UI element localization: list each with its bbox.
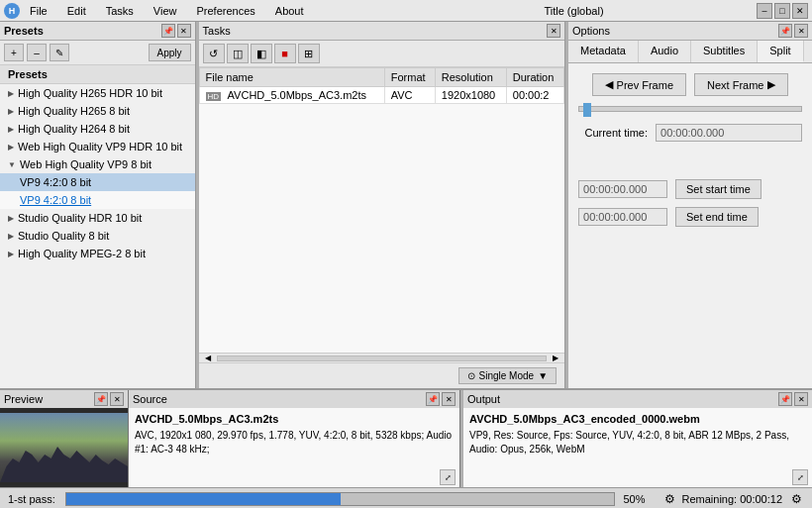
start-time-input[interactable] (578, 180, 667, 198)
preset-group-label: High Quality H264 8 bit (18, 123, 130, 135)
single-mode-button[interactable]: ⊙ Single Mode ▼ (458, 367, 558, 384)
source-close-button[interactable]: ✕ (442, 392, 456, 406)
options-pin-button[interactable]: 📌 (778, 24, 792, 38)
source-info: AVC, 1920x1 080, 29.970 fps, 1.778, YUV,… (135, 429, 454, 457)
presets-list-header: Presets (0, 65, 195, 84)
presets-close-button[interactable]: ✕ (177, 24, 191, 38)
pause-button[interactable]: ⊞ (298, 44, 320, 63)
table-row[interactable]: HD AVCHD_5.0Mbps_AC3.m2ts AVC 1920x1080 … (199, 87, 563, 104)
menu-file[interactable]: File (26, 3, 51, 19)
prev-frame-label: Prev Frame (617, 79, 673, 91)
chevron-right-icon: ▶ (8, 232, 14, 241)
minimize-button[interactable]: – (757, 3, 772, 19)
source-pin-button[interactable]: 📌 (426, 392, 440, 406)
preview-panel: Preview 📌 ✕ (0, 390, 129, 487)
next-frame-label: Next Frame (707, 79, 763, 91)
task-btn-2[interactable]: ◫ (227, 44, 249, 63)
tasks-panel-header: Tasks ✕ (199, 22, 564, 41)
edit-preset-button[interactable]: ✎ (50, 44, 69, 61)
refresh-button[interactable]: ↺ (203, 44, 225, 63)
menu-bar: File Edit Tasks View Preferences About (26, 3, 391, 19)
presets-panel: Presets 📌 ✕ + – ✎ Apply Presets ▶ High Q… (0, 22, 196, 388)
output-icon-area: ⤢ (463, 467, 812, 487)
timeline-track (578, 106, 802, 112)
set-start-time-button[interactable]: Set start time (675, 179, 761, 199)
presets-pin-button[interactable]: 📌 (161, 24, 175, 38)
remaining-label: Remaining: 00:00:12 (681, 493, 782, 505)
tab-audio[interactable]: Audio (639, 41, 691, 62)
presets-panel-title: Presets (4, 25, 44, 37)
tasks-panel: Tasks ✕ ↺ ◫ ◧ ■ ⊞ File name Format Resol… (199, 22, 565, 388)
output-pin-button[interactable]: 📌 (778, 392, 792, 406)
add-preset-button[interactable]: + (4, 44, 24, 61)
preset-group-h264[interactable]: ▶ High Quality H264 8 bit (0, 120, 195, 138)
timeline-slider[interactable] (578, 106, 802, 112)
menu-view[interactable]: View (150, 3, 181, 19)
preset-group-studio-8bit[interactable]: ▶ Studio Quality 8 bit (0, 227, 195, 245)
tab-subtitles[interactable]: Subtitles (691, 41, 758, 62)
status-right: ⚙ Remaining: 00:00:12 ⚙ (664, 491, 804, 507)
task-hd-badge: HD (206, 92, 222, 101)
task-btn-3[interactable]: ◧ (251, 44, 272, 63)
preview-panel-header: Preview 📌 ✕ (0, 390, 128, 408)
output-title: Output (467, 393, 500, 405)
preset-group-h265-8bit[interactable]: ▶ High Quality H265 8 bit (0, 102, 195, 120)
start-time-row: Set start time (578, 179, 802, 199)
col-resolution: Resolution (435, 68, 506, 87)
close-button[interactable]: ✕ (792, 3, 808, 19)
current-time-input[interactable] (656, 124, 802, 142)
options-tabs: Metadata Audio Subtitles Split (568, 41, 812, 63)
source-expand-button[interactable]: ⤢ (440, 469, 456, 485)
preset-group-h265-hdr[interactable]: ▶ High Quality H265 HDR 10 bit (0, 84, 195, 102)
chevron-right-icon: ▶ (8, 143, 14, 152)
preview-pin-button[interactable]: 📌 (94, 392, 108, 406)
maximize-button[interactable]: □ (774, 3, 790, 19)
source-content: AVCHD_5.0Mbps_AC3.m2ts AVC, 1920x1 080, … (129, 408, 459, 467)
preset-group-studio-hdr[interactable]: ▶ Studio Quality HDR 10 bit (0, 209, 195, 227)
chevron-right-icon: ▶ (8, 89, 14, 98)
chevron-right-icon: ▶ (8, 125, 14, 134)
single-mode-icon: ⊙ (467, 370, 475, 381)
tasks-scroll-area[interactable]: File name Format Resolution Duration HD … (199, 67, 564, 353)
preset-item-vp9-420-1[interactable]: VP9 4:2:0 8 bit (0, 191, 195, 209)
stop-button[interactable]: ■ (274, 44, 296, 63)
tasks-table: File name Format Resolution Duration HD … (199, 67, 564, 104)
apply-preset-button[interactable]: Apply (149, 44, 191, 61)
source-panel: Source 📌 ✕ AVCHD_5.0Mbps_AC3.m2ts AVC, 1… (129, 390, 460, 487)
remove-preset-button[interactable]: – (27, 44, 47, 61)
preset-group-mpeg2[interactable]: ▶ High Quality MPEG-2 8 bit (0, 245, 195, 262)
progress-percentage: 50% (623, 493, 653, 505)
building-image (0, 413, 128, 482)
tab-split[interactable]: Split (758, 41, 803, 62)
preset-group-vp9-8bit[interactable]: ▼ Web High Quality VP9 8 bit (0, 155, 195, 173)
menu-edit[interactable]: Edit (63, 3, 90, 19)
output-panel-header: Output 📌 ✕ (463, 390, 812, 408)
output-filename: AVCHD_5.0Mbps_AC3_encoded_0000.webm (469, 412, 806, 427)
single-mode-arrow-icon: ▼ (538, 370, 548, 381)
menu-about[interactable]: About (271, 3, 308, 19)
menu-tasks[interactable]: Tasks (102, 3, 138, 19)
tasks-close-button[interactable]: ✕ (547, 24, 560, 38)
app-icon: H (4, 3, 20, 19)
set-end-time-button[interactable]: Set end time (675, 207, 759, 227)
next-frame-button[interactable]: Next Frame ▶ (694, 73, 788, 96)
presets-toolbar: + – ✎ Apply (0, 41, 195, 65)
cell-resolution: 1920x1080 (435, 87, 506, 104)
bottom-section: Preview 📌 ✕ Source 📌 ✕ AVCHD_5.0Mbps_AC3… (0, 388, 812, 487)
end-time-input[interactable] (578, 208, 667, 226)
preset-group-label: High Quality MPEG-2 8 bit (18, 248, 146, 259)
preset-group-vp9-hdr[interactable]: ▶ Web High Quality VP9 HDR 10 bit (0, 138, 195, 155)
preview-close-button[interactable]: ✕ (110, 392, 124, 406)
prev-frame-button[interactable]: ◀ Prev Frame (592, 73, 686, 96)
single-mode-label: Single Mode (479, 370, 535, 381)
tab-metadata[interactable]: Metadata (568, 41, 639, 62)
output-close-button[interactable]: ✕ (794, 392, 808, 406)
timeline-thumb[interactable] (583, 103, 591, 117)
settings-button[interactable]: ⚙ (788, 491, 804, 507)
options-close-button[interactable]: ✕ (794, 24, 808, 38)
output-expand-button[interactable]: ⤢ (792, 469, 808, 485)
title-bar: H File Edit Tasks View Preferences About… (0, 0, 812, 22)
preset-item-vp9-420-0[interactable]: VP9 4:2:0 8 bit (0, 173, 195, 191)
menu-preferences[interactable]: Preferences (192, 3, 258, 19)
preset-group-label: Web High Quality VP9 HDR 10 bit (18, 141, 182, 152)
